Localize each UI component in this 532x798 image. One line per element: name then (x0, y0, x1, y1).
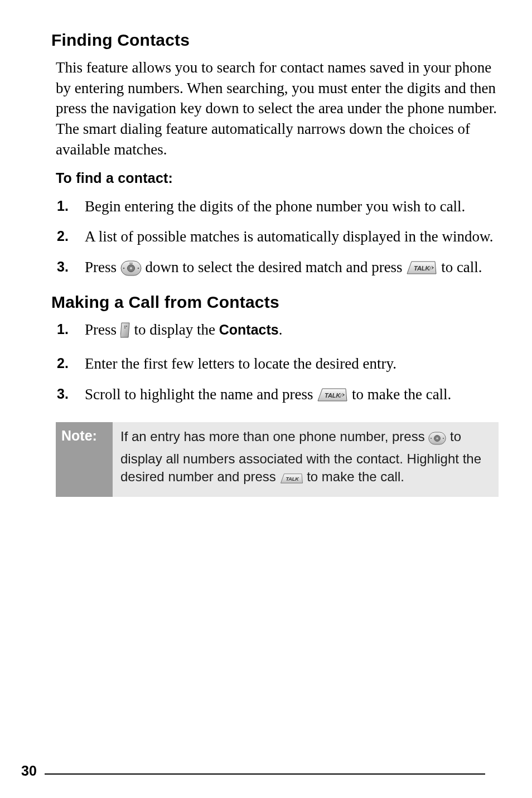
right-soft-key-icon (120, 322, 130, 344)
step-text: A list of possible matches is automatica… (85, 228, 493, 245)
navigation-key-icon (428, 432, 446, 450)
svg-text:TALK: TALK (325, 392, 341, 399)
step-number: 3. (57, 257, 69, 276)
step-text-pre: Press (85, 259, 120, 275)
svg-point-8 (126, 326, 127, 327)
svg-point-2 (130, 267, 132, 269)
heading-finding-contacts: Finding Contacts (51, 31, 499, 50)
talk-key-icon: TALK / (317, 386, 348, 409)
step-text-mid: down to select the desired match and pre… (146, 259, 407, 275)
step-2: 2. A list of possible matches is automat… (56, 226, 499, 247)
contacts-label: Contacts (219, 322, 279, 337)
step-number: 1. (57, 196, 69, 215)
step-text-post: . (279, 321, 283, 338)
svg-point-3 (123, 268, 124, 269)
step-number: 1. (57, 320, 69, 338)
svg-point-7 (124, 326, 125, 327)
note-text-pre: If an entry has more than one phone numb… (120, 429, 428, 444)
note-body: If an entry has more than one phone numb… (113, 422, 499, 497)
note-label: Note: (56, 422, 113, 497)
step-number: 3. (57, 384, 69, 403)
svg-point-4 (137, 268, 139, 269)
step-text-post: to make the call. (352, 386, 451, 403)
step-text-pre: Press (85, 321, 120, 338)
steps-find-contact: 1. Begin entering the digits of the phon… (51, 196, 499, 282)
svg-point-15 (431, 438, 432, 439)
para-finding-description: This feature allows you to search for co… (56, 57, 499, 160)
svg-text:TALK: TALK (414, 265, 431, 272)
step-2: 2. Enter the first few letters to locate… (56, 354, 499, 374)
step-text: Begin entering the digits of the phone n… (85, 198, 465, 215)
step-1: 1. Begin entering the digits of the phon… (56, 196, 499, 217)
step-1: 1. Press to display the Contacts. (56, 320, 499, 344)
talk-key-icon: TALK (280, 472, 303, 490)
svg-point-14 (436, 437, 438, 439)
svg-point-9 (124, 327, 125, 328)
step-text-post: to call. (441, 259, 482, 275)
step-3: 3. Press down to select the desired matc… (56, 257, 499, 282)
step-text: Enter the first few letters to locate th… (85, 355, 396, 372)
step-number: 2. (57, 226, 69, 245)
step-3: 3. Scroll to highlight the name and pres… (56, 384, 499, 409)
navigation-key-icon (120, 260, 142, 282)
note-text-post: to make the call. (307, 469, 404, 484)
svg-point-16 (443, 438, 444, 439)
svg-text:TALK: TALK (286, 476, 299, 482)
steps-make-call: 1. Press to display the Contacts. 2. Ent… (51, 320, 499, 409)
step-text-mid: to display the (134, 321, 219, 338)
heading-making-call: Making a Call from Contacts (51, 293, 499, 312)
step-number: 2. (57, 354, 69, 373)
note-block: Note: If an entry has more than one phon… (56, 422, 499, 497)
page-number: 30 (21, 763, 37, 779)
step-text-pre: Scroll to highlight the name and press (85, 386, 317, 403)
page-number-rule (45, 773, 485, 775)
page-content: Finding Contacts This feature allows you… (0, 0, 532, 798)
subheading-to-find: To find a contact: (56, 170, 499, 186)
talk-key-icon: TALK / (406, 259, 437, 282)
